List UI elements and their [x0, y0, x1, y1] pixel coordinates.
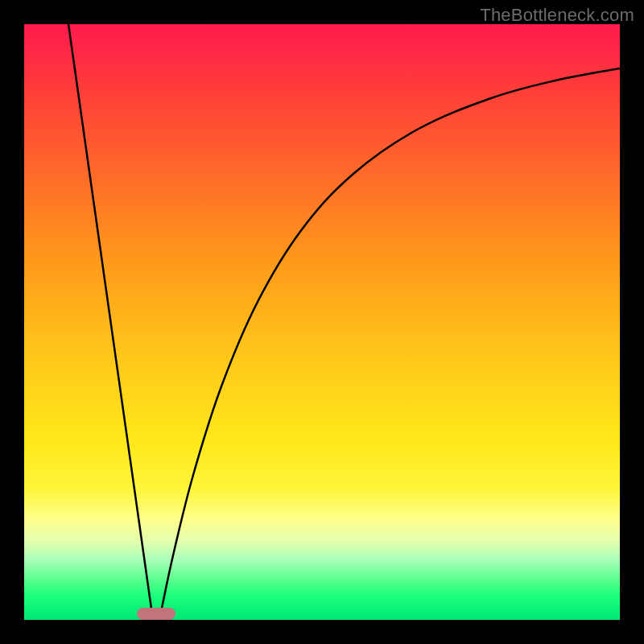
left-branch-line: [68, 24, 153, 620]
chart-plot-area: [24, 24, 620, 620]
bottleneck-marker: [137, 608, 175, 620]
watermark-text: TheBottleneck.com: [480, 5, 634, 26]
chart-svg: [24, 24, 620, 620]
right-branch-curve: [159, 68, 620, 620]
